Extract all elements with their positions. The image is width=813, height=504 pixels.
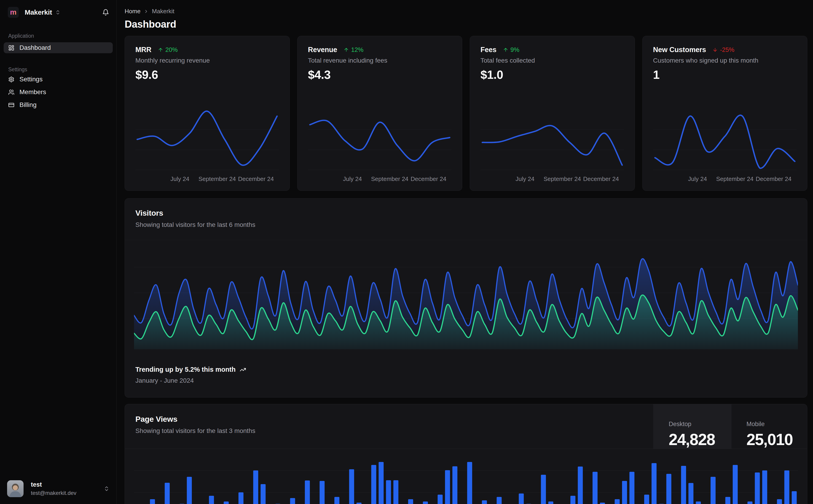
stat-title: MRR	[135, 46, 151, 54]
page-views-toggle-desktop[interactable]: Desktop 24,828	[654, 404, 731, 449]
delta-value: 9%	[510, 46, 519, 53]
revenue-sparkline-chart	[308, 106, 452, 172]
page-title: Dashboard	[125, 19, 807, 30]
org-switcher[interactable]: m Makerkit	[8, 7, 61, 18]
breadcrumb: Home Makerkit	[125, 8, 807, 15]
arrow-up-icon	[503, 47, 508, 53]
delta-value: 12%	[351, 46, 363, 53]
makerkit-logo: m	[8, 7, 19, 18]
visitors-subtitle: Showing total visitors for the last 6 mo…	[135, 221, 797, 228]
x-axis-labels: July 24 September 24 December 24	[480, 174, 624, 182]
sidebar-item-billing[interactable]: Billing	[4, 99, 113, 111]
toggle-value: 25,010	[747, 430, 807, 449]
visitors-area-chart	[134, 247, 798, 354]
visitors-trend-line: Trending up by 5.2% this month	[135, 366, 797, 373]
user-name: test	[31, 481, 76, 488]
stat-title: New Customers	[653, 46, 706, 54]
app-name: Makerkit	[25, 8, 52, 16]
page-views-bar-chart	[134, 449, 798, 504]
arrow-up-icon	[344, 47, 349, 53]
sidebar-section-application: Application	[0, 33, 116, 39]
credit-card-icon	[8, 102, 14, 108]
user-email: test@makerkit.dev	[31, 490, 76, 496]
stat-card-revenue: Revenue 12% Total revenue including fees…	[297, 36, 462, 191]
layout-dashboard-icon	[8, 45, 14, 51]
bell-icon	[102, 9, 109, 16]
x-axis-labels: July 24 September 24 December 24	[308, 174, 452, 182]
stat-card-fees: Fees 9% Total fees collected $1.0 July 2…	[470, 36, 635, 191]
chevrons-up-down-icon	[104, 486, 109, 492]
toggle-value: 24,828	[669, 430, 731, 449]
stat-description: Customers who signed up this month	[653, 57, 797, 64]
user-info: test test@makerkit.dev	[31, 481, 76, 496]
stat-value: 1	[653, 68, 797, 82]
stat-description: Monthly recurring revenue	[135, 57, 279, 64]
sidebar-item-label: Settings	[19, 76, 43, 83]
fees-sparkline-chart	[480, 106, 624, 172]
stat-value: $1.0	[480, 68, 624, 82]
sidebar: m Makerkit Application Dashboard Setting…	[0, 0, 117, 504]
page-views-card: Page Views Showing total visitors for th…	[125, 404, 807, 504]
breadcrumb-current: Makerkit	[152, 8, 174, 15]
stat-description: Total fees collected	[480, 57, 624, 64]
chevrons-up-down-icon	[55, 10, 61, 15]
arrow-down-icon	[712, 47, 718, 53]
sidebar-section-settings: Settings	[0, 66, 116, 73]
delta-value: -25%	[720, 46, 734, 53]
page-views-title: Page Views	[135, 415, 643, 424]
sidebar-item-dashboard[interactable]: Dashboard	[4, 42, 113, 53]
sidebar-item-label: Members	[19, 88, 46, 96]
main-content: Home Makerkit Dashboard MRR 20% Monthly …	[117, 0, 813, 504]
x-axis-labels: July 24 September 24 December 24	[135, 174, 279, 182]
chevron-right-icon	[144, 9, 149, 14]
logo-letter-icon: m	[8, 7, 19, 18]
gear-icon	[8, 76, 14, 82]
stat-card-mrr: MRR 20% Monthly recurring revenue $9.6 J…	[125, 36, 290, 191]
sidebar-item-settings[interactable]: Settings	[4, 73, 113, 85]
notifications-bell-button[interactable]	[102, 9, 109, 16]
toggle-label: Desktop	[669, 421, 731, 428]
stat-cards-row: MRR 20% Monthly recurring revenue $9.6 J…	[125, 36, 807, 191]
visitors-card: Visitors Showing total visitors for the …	[125, 198, 807, 398]
x-axis-labels: July 24 September 24 December 24	[653, 174, 797, 182]
stat-value: $4.3	[308, 68, 452, 82]
visitors-period: January - June 2024	[135, 377, 797, 384]
stat-title: Fees	[480, 46, 496, 54]
new-customers-sparkline-chart	[653, 106, 797, 172]
sidebar-header: m Makerkit	[0, 7, 116, 18]
arrow-up-icon	[158, 47, 163, 53]
visitors-title: Visitors	[135, 209, 797, 218]
avatar	[7, 480, 24, 497]
sidebar-item-members[interactable]: Members	[4, 86, 113, 98]
stat-title: Revenue	[308, 46, 337, 54]
avatar-photo	[7, 480, 24, 497]
svg-text:m: m	[10, 8, 16, 16]
stat-value: $9.6	[135, 68, 279, 82]
delta-badge: 12%	[344, 46, 363, 53]
trending-up-icon	[240, 366, 246, 373]
sidebar-item-label: Billing	[19, 101, 37, 109]
stat-description: Total revenue including fees	[308, 57, 452, 64]
delta-badge: -25%	[712, 46, 734, 53]
breadcrumb-home-link[interactable]: Home	[125, 8, 140, 15]
user-menu[interactable]: test test@makerkit.dev	[0, 480, 116, 497]
mrr-sparkline-chart	[135, 106, 279, 172]
delta-badge: 20%	[158, 46, 178, 53]
page-views-toggle-mobile[interactable]: Mobile 25,010	[731, 404, 807, 449]
delta-badge: 9%	[503, 46, 519, 53]
delta-value: 20%	[165, 46, 178, 53]
stat-card-new-customers: New Customers -25% Customers who signed …	[643, 36, 808, 191]
users-icon	[8, 89, 14, 95]
toggle-label: Mobile	[747, 421, 807, 428]
page-views-subtitle: Showing total visitors for the last 3 mo…	[135, 427, 643, 435]
sidebar-item-label: Dashboard	[19, 44, 51, 51]
